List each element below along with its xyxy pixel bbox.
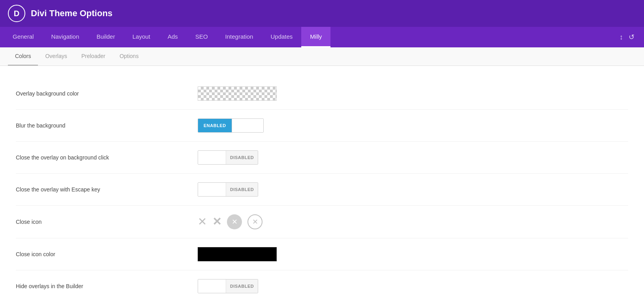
label-blur-background: Blur the background [16,122,198,129]
sort-icon[interactable]: ↕ [619,33,623,41]
control-close-on-bg-click: DISABLED [198,150,258,165]
nav-item-general[interactable]: General [4,27,42,47]
nav-item-milly[interactable]: Milly [301,27,330,47]
close-icon-circle-x: ✕ [232,218,238,226]
label-hide-overlays: Hide overlays in the Builder [16,283,198,289]
setting-close-icon: Close icon ✕ ✕ ✕ ✕ [16,206,628,238]
header: D Divi Theme Options [0,0,644,27]
overlay-bg-color-swatch[interactable] [198,86,277,101]
label-close-on-bg-click: Close the overlay on background click [16,154,198,161]
control-close-icon: ✕ ✕ ✕ ✕ [198,214,263,229]
tab-overlays[interactable]: Overlays [38,47,74,66]
nav-item-builder[interactable]: Builder [88,27,124,47]
nav-actions: ↕ ↺ [614,27,640,47]
sub-tabs: Colors Overlays Preloader Options [0,47,644,66]
toggle-blur-background[interactable]: ENABLED [198,118,264,133]
toggle-track-hide [198,279,226,293]
setting-blur-background: Blur the background ENABLED [16,110,628,142]
main-content: Overlay background color Blur the backgr… [0,66,644,300]
close-icon-option-1[interactable]: ✕ [198,216,207,227]
nav-item-ads[interactable]: Ads [159,27,187,47]
control-overlay-bg-color [198,86,277,101]
toggle-disabled-label: DISABLED [226,151,258,164]
close-icon-option-3[interactable]: ✕ [227,214,242,229]
setting-overlay-bg-color: Overlay background color [16,78,628,110]
nav-item-navigation[interactable]: Navigation [42,27,88,47]
toggle-track-escape [198,183,226,196]
tab-colors[interactable]: Colors [8,47,38,66]
close-icon-option-2[interactable]: ✕ [212,216,221,227]
setting-close-escape-key: Close the overlay with Escape key DISABL… [16,174,628,206]
nav-item-seo[interactable]: SEO [187,27,217,47]
control-close-escape-key: DISABLED [198,182,258,197]
close-icon-color-swatch[interactable] [198,247,277,261]
toggle-close-on-bg-click[interactable]: DISABLED [198,150,258,165]
nav-item-updates[interactable]: Updates [262,27,301,47]
tab-options[interactable]: Options [112,47,145,66]
reset-icon[interactable]: ↺ [629,33,635,41]
setting-close-icon-color: Close icon color [16,238,628,270]
close-icon-option-4[interactable]: ✕ [247,214,263,229]
label-close-icon: Close icon [16,219,198,225]
label-close-icon-color: Close icon color [16,251,198,257]
header-title: Divi Theme Options [31,8,113,19]
tab-preloader[interactable]: Preloader [74,47,113,66]
setting-hide-overlays: Hide overlays in the Builder DISABLED [16,270,628,300]
toggle-track [198,151,226,164]
control-close-icon-color [198,247,277,261]
control-hide-overlays: DISABLED [198,279,258,293]
nav-bar: General Navigation Builder Layout Ads SE… [0,27,644,47]
toggle-thumb [232,119,263,132]
close-icon-outline-x: ✕ [252,218,258,226]
toggle-disabled-label-escape: DISABLED [226,183,258,196]
label-overlay-bg-color: Overlay background color [16,90,198,97]
header-logo: D [8,5,25,22]
control-blur-background: ENABLED [198,118,264,133]
toggle-hide-overlays[interactable]: DISABLED [198,279,258,293]
label-close-escape-key: Close the overlay with Escape key [16,186,198,193]
toggle-disabled-label-hide: DISABLED [226,279,258,293]
toggle-enabled-label: ENABLED [198,119,232,132]
toggle-close-escape-key[interactable]: DISABLED [198,182,258,197]
setting-close-on-bg-click: Close the overlay on background click DI… [16,142,628,174]
nav-item-integration[interactable]: Integration [217,27,262,47]
nav-item-layout[interactable]: Layout [124,27,159,47]
close-icon-selector: ✕ ✕ ✕ ✕ [198,214,263,229]
